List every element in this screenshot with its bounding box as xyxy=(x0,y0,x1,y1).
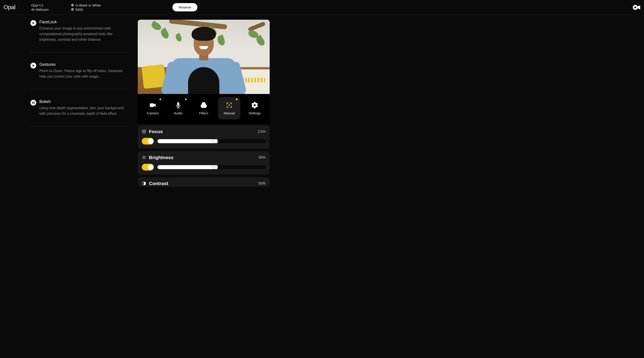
feature-list: FaceLock Enhance your image in any envir… xyxy=(4,15,129,357)
svg-line-17 xyxy=(143,159,143,159)
product-meta: In Black or White $300 xyxy=(71,3,101,12)
feature-desc: Pinch to Zoom. Peace sign to flip off vi… xyxy=(39,68,129,80)
colors-label: In Black or White xyxy=(76,3,101,7)
mic-icon xyxy=(175,102,182,109)
svg-point-9 xyxy=(228,105,230,106)
tab-audio[interactable]: Audio xyxy=(167,97,190,120)
slider-focus: Focus 2.5m xyxy=(138,125,270,149)
price-label: $300 xyxy=(76,8,83,12)
camera-logo-icon xyxy=(633,5,640,10)
feature-title: FaceLock xyxy=(39,20,129,24)
cube-icon xyxy=(142,129,146,134)
tab-label: Audio xyxy=(174,111,182,115)
feature-title: Bokeh xyxy=(39,99,129,104)
colors-line: In Black or White xyxy=(71,3,101,7)
play-icon[interactable] xyxy=(30,20,36,26)
bullet-icon xyxy=(71,4,74,7)
tab-label: Manual xyxy=(224,111,234,115)
tab-camera[interactable]: Camera xyxy=(142,97,164,120)
product-info: Opal C1 4k Webcam xyxy=(31,3,49,12)
feature-title: Gestures xyxy=(39,62,129,67)
slider-value: 50% xyxy=(258,181,266,185)
gear-icon xyxy=(251,102,258,109)
bullet-icon xyxy=(71,8,74,11)
tab-label: Camera xyxy=(147,111,158,115)
focus-slider[interactable] xyxy=(158,139,266,143)
brightness-toggle[interactable] xyxy=(142,164,154,171)
tab-label: Settings xyxy=(249,111,261,115)
slider-title: Contrast xyxy=(149,181,168,186)
svg-point-8 xyxy=(203,104,206,108)
crop-icon xyxy=(226,102,232,109)
svg-line-15 xyxy=(143,156,143,156)
product-name: Opal C1 xyxy=(31,3,49,7)
indicator-dot-icon xyxy=(185,99,187,100)
slider-title: Brightness xyxy=(149,155,174,160)
indicator-dot-icon xyxy=(236,99,238,100)
video-preview xyxy=(138,20,270,94)
slider-value: 50% xyxy=(258,156,266,160)
slider-contrast: Contrast 50% xyxy=(138,177,270,187)
slider-title: Focus xyxy=(149,129,163,134)
camera-icon xyxy=(149,102,156,109)
tab-label: Filters xyxy=(199,111,208,115)
main-area: FaceLock Enhance your image in any envir… xyxy=(0,15,644,357)
manual-panel: Focus 2.5m Brightness 50% xyxy=(138,125,270,187)
feature-gestures[interactable]: Gestures Pinch to Zoom. Peace sign to fl… xyxy=(30,62,129,90)
product-subtitle: 4k Webcam xyxy=(31,8,49,12)
svg-rect-3 xyxy=(177,102,179,106)
slider-value: 2.5m xyxy=(258,130,266,134)
brightness-slider[interactable] xyxy=(158,165,266,169)
tab-filters[interactable]: Filters xyxy=(192,97,215,120)
price-line: $300 xyxy=(71,8,101,12)
app-tabs: Camera Audio Filters Manual Settings xyxy=(138,94,270,124)
filters-icon xyxy=(200,102,207,109)
site-header: Opal Opal C1 4k Webcam In Black or White… xyxy=(0,0,644,15)
svg-line-16 xyxy=(145,159,145,159)
app-preview: Camera Audio Filters Manual Settings xyxy=(138,15,272,357)
svg-line-18 xyxy=(145,156,145,156)
sun-icon xyxy=(142,155,146,160)
play-icon[interactable] xyxy=(30,63,36,69)
brand-logo: Opal xyxy=(4,4,16,11)
indicator-dot-icon xyxy=(160,99,161,100)
tab-manual[interactable]: Manual xyxy=(218,97,240,120)
contrast-icon xyxy=(142,181,146,186)
feature-desc: Using true depth segmentation, blur your… xyxy=(39,105,129,117)
tab-settings[interactable]: Settings xyxy=(244,97,266,120)
svg-rect-2 xyxy=(150,103,154,107)
svg-point-10 xyxy=(143,157,145,158)
pause-icon[interactable] xyxy=(30,100,36,106)
reserve-button[interactable]: Reserve xyxy=(172,3,198,12)
feature-desc: Enhance your image in any environment wi… xyxy=(39,26,129,42)
slider-brightness: Brightness 50% xyxy=(138,151,270,175)
feature-facelock[interactable]: FaceLock Enhance your image in any envir… xyxy=(30,20,129,52)
focus-toggle[interactable] xyxy=(142,138,154,145)
feature-bokeh[interactable]: Bokeh Using true depth segmentation, blu… xyxy=(30,99,129,127)
svg-point-1 xyxy=(634,7,636,8)
